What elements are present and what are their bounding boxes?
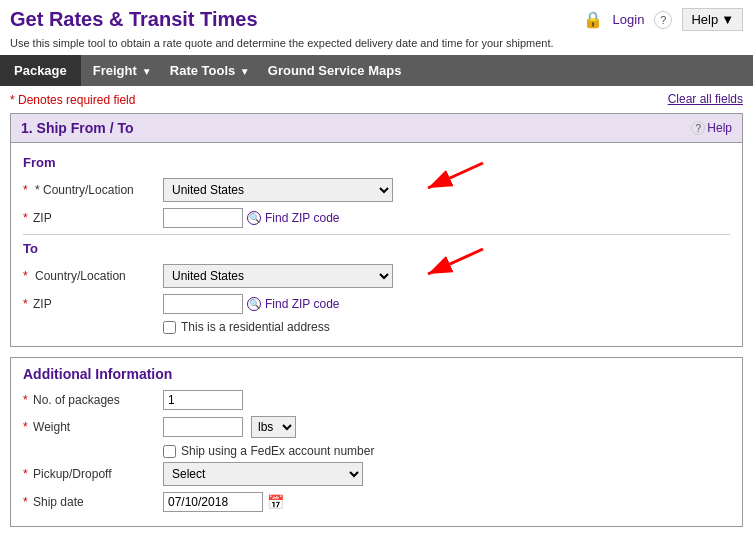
residential-row: This is a residential address [163,320,730,334]
weight-label: * Weight [23,420,163,434]
pickup-select[interactable]: Select Dropoff at FedEx Location Request… [163,462,363,486]
ship-date-control: 📅 [163,492,284,512]
section-help-link[interactable]: ? Help [691,121,732,135]
required-star-from-zip: * [23,211,28,225]
to-country-control: United States Canada Mexico United Kingd… [163,264,393,288]
fedex-account-label: Ship using a FedEx account number [181,444,374,458]
required-note: * Denotes required field [10,93,135,107]
pickup-label: * Pickup/Dropoff [23,467,163,481]
packages-row: * No. of packages [23,390,730,410]
ship-date-row: * Ship date 📅 [23,492,730,512]
required-note-bar: Clear all fields * Denotes required fiel… [10,92,743,107]
required-star-pickup: * [23,467,28,481]
from-zip-row: * ZIP 🔍 Find ZIP code [23,208,730,228]
clear-fields-link[interactable]: Clear all fields [668,92,743,106]
nav-item-package[interactable]: Package [0,55,81,86]
from-title: From [23,155,730,170]
weight-unit-select[interactable]: lbs kgs [251,416,296,438]
find-zip-from-label: Find ZIP code [265,211,339,225]
to-zip-input[interactable] [163,294,243,314]
rate-tools-select[interactable]: Rate Tools [158,55,256,86]
from-zip-label: * ZIP [23,211,163,225]
freight-select[interactable]: Freight [81,55,158,86]
page-title: Get Rates & Transit Times [10,8,258,31]
from-country-row: * * Country/Location United States Canad… [23,178,730,202]
from-country-label: * * Country/Location [23,183,163,197]
ship-date-label: * Ship date [23,495,163,509]
from-zip-input[interactable] [163,208,243,228]
chevron-down-icon: ▼ [721,12,734,27]
to-country-label: * Country/Location [23,269,163,283]
additional-body: Additional Information * No. of packages… [11,358,742,526]
to-country-select[interactable]: United States Canada Mexico United Kingd… [163,264,393,288]
fedex-account-checkbox[interactable] [163,445,176,458]
help-label: Help [691,12,718,27]
nav-package-label: Package [14,63,67,78]
login-link[interactable]: Login [613,12,645,27]
from-country-select[interactable]: United States Canada Mexico United Kingd… [163,178,393,202]
additional-title: Additional Information [23,366,730,382]
help-circle-icon: ? [691,121,705,135]
from-to-divider [23,234,730,235]
nav-bar: Package Freight ▼ Rate Tools ▼ Ground Se… [0,55,753,86]
to-zip-row: * ZIP 🔍 Find ZIP code [23,294,730,314]
main-content: Clear all fields * Denotes required fiel… [0,86,753,537]
weight-control: lbs kgs [163,416,296,438]
to-title: To [23,241,730,256]
find-zip-to-btn[interactable]: 🔍 Find ZIP code [247,297,339,311]
required-star-date: * [23,495,28,509]
residential-checkbox[interactable] [163,321,176,334]
packages-input[interactable] [163,390,243,410]
top-right-controls: 🔒 Login ? Help ▼ [583,8,743,31]
nav-item-freight[interactable]: Freight ▼ [81,55,158,86]
lock-icon: 🔒 [583,10,603,29]
to-zip-control: 🔍 Find ZIP code [163,294,339,314]
required-star-packages: * [23,393,28,407]
additional-info-section: Additional Information * No. of packages… [10,357,743,527]
from-subsection: From * * Country/Location United States … [23,155,730,228]
find-zip-from-btn[interactable]: 🔍 Find ZIP code [247,211,339,225]
ground-service-label: Ground Service Maps [268,63,402,78]
section-title: 1. Ship From / To [21,120,134,136]
to-country-row: * Country/Location United States Canada … [23,264,730,288]
section-help-label: Help [707,121,732,135]
nav-item-rate-tools[interactable]: Rate Tools ▼ [158,55,256,86]
section-ship-from-to: 1. Ship From / To ? Help From * * Countr… [10,113,743,347]
to-subsection: To * Country/Location United States Cana… [23,241,730,334]
nav-item-ground-service[interactable]: Ground Service Maps [256,55,414,86]
required-star-to-country: * [23,269,28,283]
search-circle-icon-to: 🔍 [247,297,261,311]
from-zip-control: 🔍 Find ZIP code [163,208,339,228]
top-bar: Get Rates & Transit Times 🔒 Login ? Help… [0,0,753,35]
section-header: 1. Ship From / To ? Help [11,114,742,143]
ship-date-input[interactable] [163,492,263,512]
subtitle: Use this simple tool to obtain a rate qu… [0,35,753,55]
pickup-row: * Pickup/Dropoff Select Dropoff at FedEx… [23,462,730,486]
section-body: From * * Country/Location United States … [11,143,742,346]
find-zip-to-label: Find ZIP code [265,297,339,311]
from-country-control: United States Canada Mexico United Kingd… [163,178,393,202]
required-star-weight: * [23,420,28,434]
required-star-from-country: * [23,183,28,197]
residential-label: This is a residential address [181,320,330,334]
required-star-to-zip: * [23,297,28,311]
calendar-icon[interactable]: 📅 [267,494,284,510]
question-circle: ? [654,11,672,29]
search-circle-icon-from: 🔍 [247,211,261,225]
weight-row: * Weight lbs kgs [23,416,730,438]
packages-label: * No. of packages [23,393,163,407]
fedex-account-row: Ship using a FedEx account number [163,444,730,458]
help-button[interactable]: Help ▼ [682,8,743,31]
to-zip-label: * ZIP [23,297,163,311]
weight-input[interactable] [163,417,243,437]
